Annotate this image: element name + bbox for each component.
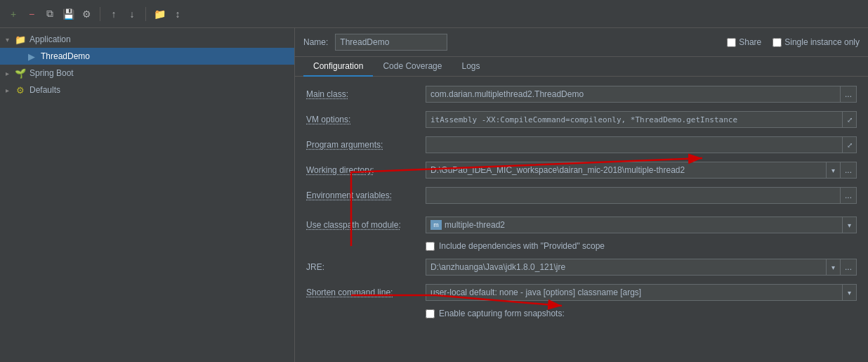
shorten-cmd-row: Shorten command line: ▾ bbox=[306, 283, 857, 302]
classpath-select-wrap: m multiple-thread2 ▾ bbox=[426, 216, 857, 233]
tab-logs[interactable]: Logs bbox=[452, 57, 489, 77]
copy-icon[interactable]: ⧉ bbox=[42, 6, 58, 22]
working-dir-label: Working directory: bbox=[306, 165, 426, 175]
shorten-cmd-input[interactable] bbox=[426, 284, 843, 301]
include-deps-row: Include dependencies with "Provided" sco… bbox=[426, 241, 857, 251]
jre-row: JRE: ▾ ... bbox=[306, 258, 857, 276]
working-dir-input[interactable] bbox=[426, 162, 827, 179]
shorten-cmd-label: Shorten command line: bbox=[306, 287, 426, 297]
enable-snapshots-checkbox[interactable] bbox=[426, 309, 435, 318]
arrow-application: ▾ bbox=[6, 36, 14, 44]
config-header: Name: Share Single instance only bbox=[295, 28, 868, 57]
module-icon: m bbox=[430, 220, 442, 230]
move-up-icon[interactable]: ↑ bbox=[106, 6, 121, 22]
sidebar: ▾ 📁 Application ▶ ThreadDemo ▸ 🌱 Spring … bbox=[0, 28, 295, 362]
working-dir-dots-button[interactable]: ... bbox=[841, 162, 857, 179]
vm-options-row: VM options: ⤢ bbox=[306, 110, 857, 129]
arrow-springboot: ▸ bbox=[6, 70, 14, 77]
sidebar-item-application[interactable]: ▾ 📁 Application bbox=[0, 31, 294, 48]
shorten-cmd-arrow[interactable]: ▾ bbox=[843, 284, 857, 301]
vm-options-input[interactable] bbox=[426, 111, 843, 128]
classpath-module-value: multiple-thread2 bbox=[445, 220, 505, 230]
name-label: Name: bbox=[303, 37, 328, 47]
vm-options-label: VM options: bbox=[306, 115, 426, 124]
config-panel-wrap: Name: Share Single instance only Configu… bbox=[295, 28, 868, 362]
main: ▾ 📁 Application ▶ ThreadDemo ▸ 🌱 Spring … bbox=[0, 28, 868, 362]
env-vars-input[interactable] bbox=[426, 187, 841, 204]
jre-arrow[interactable]: ▾ bbox=[827, 259, 841, 276]
tab-code-coverage[interactable]: Code Coverage bbox=[373, 57, 452, 77]
sidebar-tree: ▾ 📁 Application ▶ ThreadDemo ▸ 🌱 Spring … bbox=[0, 28, 294, 362]
classpath-arrow[interactable]: ▾ bbox=[843, 216, 857, 233]
working-dir-arrow[interactable]: ▾ bbox=[827, 162, 841, 179]
include-deps-checkbox[interactable] bbox=[426, 242, 435, 251]
settings-icon[interactable]: ⚙ bbox=[79, 6, 94, 22]
form-area: Main class: ... VM options: ⤢ Program ar… bbox=[295, 77, 868, 362]
working-dir-select-wrap: ▾ bbox=[426, 162, 841, 179]
include-deps-label: Include dependencies with "Provided" sco… bbox=[439, 241, 605, 251]
main-class-dots-button[interactable]: ... bbox=[841, 86, 857, 103]
jre-dots-button[interactable]: ... bbox=[841, 259, 857, 276]
arrow-defaults: ▸ bbox=[6, 86, 14, 94]
jre-select-wrap: ▾ bbox=[426, 259, 841, 276]
env-vars-label: Environment variables: bbox=[306, 190, 426, 200]
sidebar-label-defaults: Defaults bbox=[29, 85, 60, 95]
save-icon[interactable]: 💾 bbox=[60, 6, 76, 22]
single-instance-wrap[interactable]: Single instance only bbox=[772, 37, 860, 47]
sidebar-item-threaddemo[interactable]: ▶ ThreadDemo bbox=[0, 48, 294, 65]
config-panel: Name: Share Single instance only Configu… bbox=[295, 28, 868, 362]
env-vars-row: Environment variables: ... bbox=[306, 186, 857, 205]
classpath-label: Use classpath of module: bbox=[306, 220, 426, 230]
single-instance-checkbox[interactable] bbox=[772, 38, 782, 47]
classpath-row: Use classpath of module: m multiple-thre… bbox=[306, 216, 857, 234]
jre-input[interactable] bbox=[426, 259, 827, 276]
sidebar-label-application: Application bbox=[29, 34, 71, 44]
shorten-cmd-select-wrap: ▾ bbox=[426, 284, 857, 301]
program-args-label: Program arguments: bbox=[306, 140, 426, 150]
single-instance-label: Single instance only bbox=[784, 37, 860, 47]
sep1 bbox=[100, 7, 100, 21]
toolbar-icons: + − ⧉ 💾 ⚙ ↑ ↓ 📁 ↕ bbox=[6, 6, 185, 22]
vm-options-input-wrap: ⤢ bbox=[426, 111, 857, 128]
sort-icon[interactable]: ↕ bbox=[170, 6, 185, 22]
enable-snapshots-label: Enable capturing form snapshots: bbox=[439, 309, 565, 318]
sidebar-item-springboot[interactable]: ▸ 🌱 Spring Boot bbox=[0, 65, 294, 82]
enable-snapshots-row: Enable capturing form snapshots: bbox=[426, 309, 857, 318]
sidebar-label-springboot: Spring Boot bbox=[29, 68, 74, 78]
program-args-row: Program arguments: ⤢ bbox=[306, 136, 857, 154]
main-class-row: Main class: ... bbox=[306, 85, 857, 103]
main-class-input[interactable] bbox=[426, 86, 841, 103]
sep2 bbox=[145, 7, 146, 21]
remove-icon[interactable]: − bbox=[24, 6, 39, 22]
header-right: Share Single instance only bbox=[727, 37, 860, 47]
sidebar-item-defaults[interactable]: ▸ ⚙ Defaults bbox=[0, 82, 294, 98]
share-label: Share bbox=[739, 37, 761, 47]
working-dir-row: Working directory: ▾ ... bbox=[306, 161, 857, 179]
folder-icon[interactable]: 📁 bbox=[152, 6, 167, 22]
vm-expand-button[interactable]: ⤢ bbox=[843, 111, 857, 128]
tabs-row: Configuration Code Coverage Logs bbox=[295, 57, 868, 77]
toolbar: + − ⧉ 💾 ⚙ ↑ ↓ 📁 ↕ bbox=[0, 0, 868, 28]
run-icon: ▶ bbox=[25, 50, 38, 63]
share-checkbox[interactable] bbox=[727, 38, 736, 47]
folder-app-icon: 📁 bbox=[14, 33, 27, 46]
env-vars-dots-button[interactable]: ... bbox=[841, 187, 857, 204]
program-args-input[interactable] bbox=[426, 136, 843, 153]
main-class-label: Main class: bbox=[306, 89, 426, 99]
share-wrap[interactable]: Share bbox=[727, 37, 761, 47]
name-input[interactable] bbox=[335, 34, 447, 51]
defaults-icon: ⚙ bbox=[14, 84, 27, 96]
tab-configuration[interactable]: Configuration bbox=[303, 57, 373, 77]
move-down-icon[interactable]: ↓ bbox=[124, 6, 140, 22]
add-icon[interactable]: + bbox=[6, 6, 21, 22]
sidebar-label-threaddemo: ThreadDemo bbox=[41, 51, 90, 61]
prog-args-expand-button[interactable]: ⤢ bbox=[843, 136, 857, 153]
springboot-icon: 🌱 bbox=[14, 67, 27, 79]
jre-label: JRE: bbox=[306, 262, 426, 272]
